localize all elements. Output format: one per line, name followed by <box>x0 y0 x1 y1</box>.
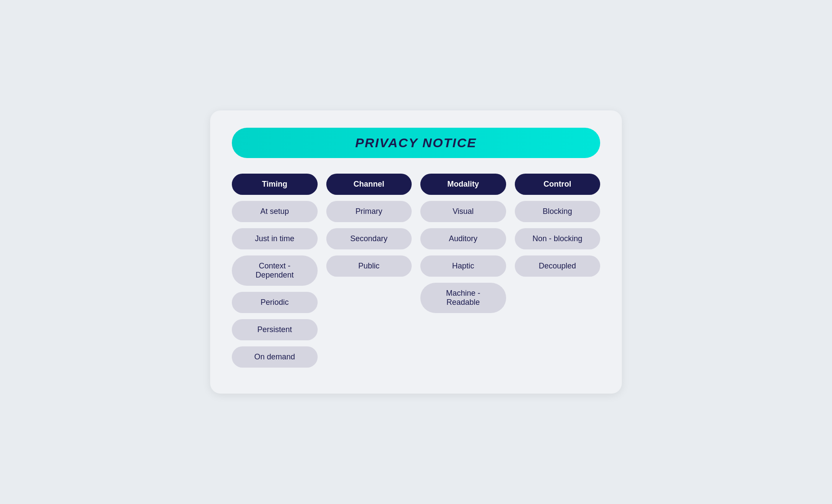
column-modality: ModalityVisualAuditoryHapticMachine - Re… <box>420 174 506 313</box>
item-control: Decoupled <box>515 255 601 277</box>
item-control: Non - blocking <box>515 228 601 249</box>
column-control: ControlBlockingNon - blockingDecoupled <box>515 174 601 277</box>
item-timing: At setup <box>232 201 318 222</box>
column-channel: ChannelPrimarySecondaryPublic <box>326 174 412 277</box>
item-modality: Visual <box>420 201 506 222</box>
item-timing: Persistent <box>232 319 318 340</box>
item-channel: Secondary <box>326 228 412 249</box>
item-modality: Haptic <box>420 255 506 277</box>
item-timing: Periodic <box>232 292 318 313</box>
item-modality: Auditory <box>420 228 506 249</box>
header-modality: Modality <box>420 174 506 195</box>
item-channel: Public <box>326 255 412 277</box>
header-channel: Channel <box>326 174 412 195</box>
item-timing: Context - Dependent <box>232 255 318 286</box>
header-timing: Timing <box>232 174 318 195</box>
item-timing: On demand <box>232 346 318 368</box>
item-channel: Primary <box>326 201 412 222</box>
header-control: Control <box>515 174 601 195</box>
item-control: Blocking <box>515 201 601 222</box>
columns-container: TimingAt setupJust in timeContext - Depe… <box>232 174 600 368</box>
page-title: PRIVACY NOTICE <box>249 136 583 150</box>
privacy-notice-card: PRIVACY NOTICE TimingAt setupJust in tim… <box>210 110 622 394</box>
item-modality: Machine - Readable <box>420 283 506 313</box>
title-bar: PRIVACY NOTICE <box>232 128 600 158</box>
item-timing: Just in time <box>232 228 318 249</box>
column-timing: TimingAt setupJust in timeContext - Depe… <box>232 174 318 368</box>
